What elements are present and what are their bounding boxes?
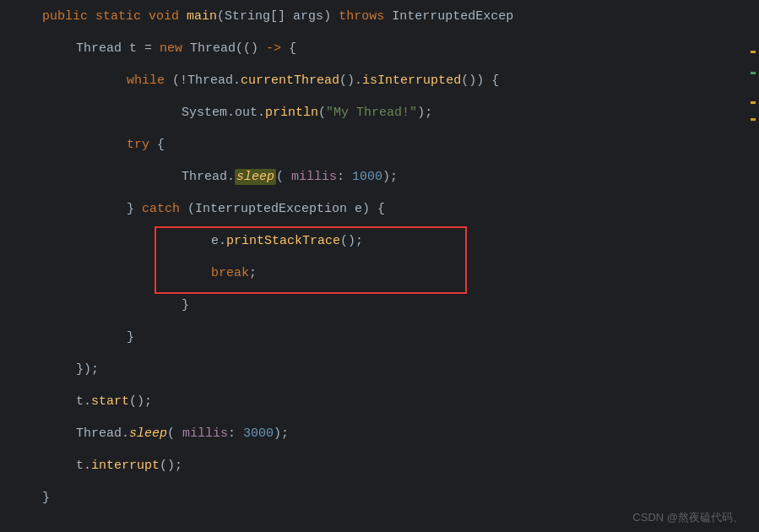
thread-class: Thread: [76, 41, 129, 56]
line-content-6: Thread . sleep ( millis : 1000 );: [42, 169, 759, 185]
bracket: []: [270, 9, 293, 24]
lambda: ((): [236, 41, 266, 56]
code-line-10: }: [0, 289, 759, 321]
args-param: args: [293, 9, 323, 24]
string-type: String: [225, 9, 270, 24]
e-ref: e.: [211, 234, 226, 248]
thread-ref2: Thread: [182, 170, 227, 184]
t-ref2: t.: [76, 459, 91, 473]
kw-new: new: [160, 41, 190, 56]
code-line-5: try {: [0, 128, 759, 160]
fn-print-stack: printStackTrace: [226, 234, 340, 248]
fn-interrupted: isInterrupted: [362, 73, 461, 88]
kw-try: try: [127, 138, 157, 152]
t-ref: t.: [76, 394, 91, 409]
line-content-11: }: [42, 330, 759, 345]
code-line-9: break ;: [0, 257, 759, 289]
kw-void: void: [149, 9, 187, 24]
exc-var: e: [355, 202, 362, 216]
line-content-10: }: [42, 298, 759, 312]
code-line-4: System . out . println ( "My Thread!" );: [0, 96, 759, 128]
semi4: ;: [249, 266, 257, 280]
call1: ().: [339, 73, 362, 88]
dot3: .: [258, 106, 265, 120]
dot2: .: [227, 106, 235, 120]
brace-catch-open: }: [127, 202, 142, 216]
line-content-5: try {: [42, 138, 759, 152]
kw-break: break: [211, 266, 249, 280]
line-content-9: break ;: [42, 266, 759, 280]
paren4: (: [167, 426, 182, 441]
fn-println: println: [265, 106, 318, 120]
line-content-15: t. interrupt ();: [42, 459, 759, 473]
line-content-16: }: [42, 491, 759, 505]
paren2: (: [318, 106, 326, 120]
line-content-7: } catch ( InterruptedException e ) {: [42, 202, 759, 216]
line-content-2: Thread t = new Thread (() -> {: [42, 41, 759, 56]
dot1: .: [233, 73, 241, 88]
kw-public: public: [42, 9, 95, 24]
semi1: );: [417, 106, 432, 120]
eq: =: [144, 41, 160, 56]
code-line-11: }: [0, 321, 759, 353]
line-content-14: Thread . sleep ( millis : 3000 );: [42, 426, 759, 441]
colon1: :: [337, 170, 352, 184]
code-line-16: }: [0, 481, 759, 513]
scrollbar-markers: [751, 0, 757, 122]
line-content-3: while (! Thread . currentThread (). isIn…: [42, 73, 759, 88]
kw-catch: catch: [142, 202, 187, 216]
millis-label-1: millis: [291, 170, 337, 184]
brace-open: {: [281, 41, 296, 56]
final-brace: }: [42, 491, 50, 505]
fn-interrupt: interrupt: [91, 459, 160, 473]
semi5: ();: [129, 394, 152, 409]
scroll-tick-4: [751, 118, 756, 121]
cond-open: (!: [172, 73, 187, 88]
fn-current: currentThread: [241, 73, 339, 88]
brace-close-catch: }: [182, 298, 189, 312]
num-3000: 3000: [243, 426, 274, 441]
kw-while: while: [127, 73, 172, 88]
paren-open: (: [217, 9, 225, 24]
system-ref: System: [182, 106, 227, 120]
line-content-8: e. printStackTrace ();: [42, 234, 759, 248]
kw-throws: throws: [339, 9, 392, 24]
code-line-2: Thread t = new Thread (() -> {: [0, 32, 759, 64]
colon2: :: [228, 426, 243, 441]
exception-class: InterruptedException: [195, 202, 355, 216]
line-content-13: t. start ();: [42, 394, 759, 409]
catch-close: ) {: [362, 202, 385, 216]
scroll-tick-2: [751, 72, 756, 74]
thread-class2: Thread: [190, 41, 236, 56]
kw-static: static: [95, 9, 149, 24]
brace-try: {: [157, 138, 165, 152]
line-content-12: });: [42, 362, 759, 377]
code-line-1: public static void main ( String [] args…: [0, 0, 759, 32]
semi2: );: [382, 170, 398, 184]
kw-arrow: ->: [266, 41, 281, 56]
cond-close: ()) {: [461, 73, 499, 88]
brace-close-while: }: [127, 330, 134, 345]
watermark: CSDN @熬夜磕代码、: [632, 510, 744, 525]
code-line-8: e. printStackTrace ();: [0, 225, 759, 257]
code-line-14: Thread . sleep ( millis : 3000 );: [0, 417, 759, 449]
code-editor: public static void main ( String [] args…: [0, 0, 759, 532]
sleep-method: sleep: [235, 169, 276, 185]
fn-main: main: [187, 9, 217, 24]
code-line-7: } catch ( InterruptedException e ) {: [0, 193, 759, 225]
catch-open: (: [187, 202, 195, 216]
semi7: ();: [160, 459, 182, 473]
sleep-method2: sleep: [129, 426, 167, 441]
lambda-close: });: [76, 362, 99, 377]
paren3: (: [276, 170, 291, 184]
line-content-1: public static void main ( String [] args…: [42, 9, 759, 24]
out-ref: out: [235, 106, 258, 120]
str-my-thread: "My Thread!": [326, 106, 417, 120]
thread-ref: Thread: [187, 73, 233, 88]
dot5: .: [122, 426, 129, 441]
code-line-15: t. interrupt ();: [0, 449, 759, 481]
paren-close: ): [323, 9, 339, 24]
scroll-tick-3: [751, 101, 756, 104]
semi3: ();: [340, 234, 363, 248]
dot4: .: [227, 170, 235, 184]
